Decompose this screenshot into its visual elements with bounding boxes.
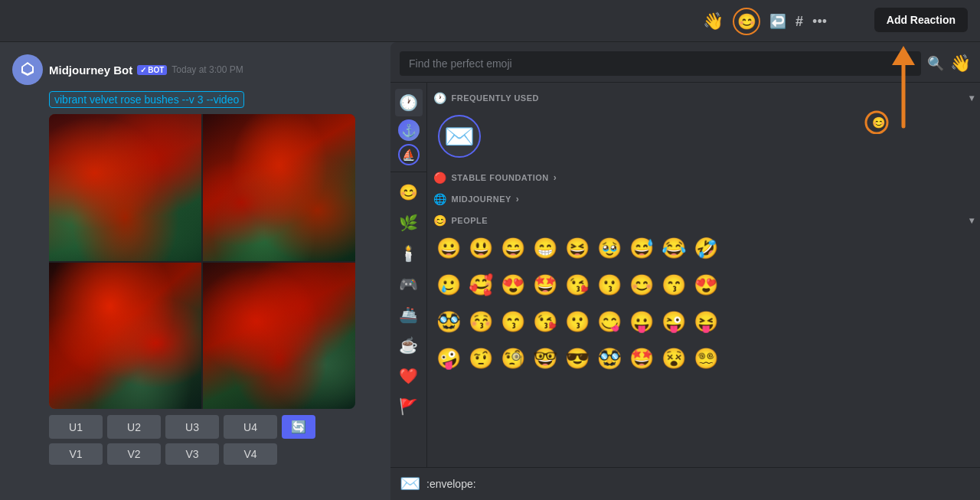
variation-buttons-row: V1 V2 V3 V4 — [49, 443, 378, 465]
emoji-cell[interactable]: 😗 — [562, 306, 593, 337]
emoji-content: 🕐 FREQUENTLY USED ▾ ✉️ 🔴 STABLE FOUNDATI… — [427, 83, 980, 467]
wave-quick-icon[interactable]: 👋 — [950, 54, 971, 74]
main-content: Midjourney Bot BOT Today at 3:00 PM vibr… — [0, 42, 980, 500]
cat-objects[interactable]: 🕯️ — [395, 240, 423, 267]
emoji-cell[interactable]: 😋 — [594, 306, 625, 337]
emoji-grid-2: 🥲🥰😍🤩😘😗😊😙😍 — [433, 270, 974, 300]
emoji-cell[interactable]: 🤪 — [433, 343, 464, 374]
wave-icon[interactable]: 👋 — [703, 11, 724, 31]
emoji-cell[interactable]: 😊 — [626, 270, 657, 300]
emoji-cell[interactable]: 🥸 — [594, 343, 625, 374]
emoji-cell[interactable]: 😃 — [466, 233, 496, 263]
emoji-cell[interactable]: 😘 — [562, 270, 593, 300]
emoji-cell[interactable]: 🥹 — [594, 233, 625, 263]
emoji-cell[interactable]: 😵‍💫 — [691, 343, 721, 374]
emoji-cell[interactable]: 😆 — [562, 233, 593, 263]
gamepad-icon: 🎮 — [399, 275, 418, 293]
emoji-cell[interactable]: 😘 — [530, 306, 560, 337]
flag-icon: 🚩 — [399, 397, 418, 416]
server2-icon: ⛵ — [402, 149, 415, 161]
emoji-cell[interactable]: 😙 — [658, 270, 689, 300]
emoji-cell[interactable]: 😍 — [691, 270, 721, 300]
emoji-cell[interactable]: 🥸 — [433, 306, 464, 337]
cat-food[interactable]: ☕ — [395, 332, 423, 359]
emoji-cell[interactable]: 😗 — [594, 270, 625, 300]
message-meta: Midjourney Bot BOT Today at 3:00 PM — [49, 64, 243, 77]
cat-nature[interactable]: 🌿 — [395, 209, 423, 237]
v2-button[interactable]: V2 — [107, 443, 161, 465]
emoji-cell[interactable]: 😀 — [433, 233, 464, 263]
stable-chevron[interactable]: › — [554, 172, 557, 183]
emoji-cell[interactable]: 🥲 — [433, 270, 464, 300]
emoji-search-input[interactable] — [400, 51, 921, 76]
cat-travel[interactable]: 🚢 — [395, 301, 423, 328]
bot-name: Midjourney Bot — [49, 64, 132, 77]
refresh-button[interactable]: 🔄 — [282, 415, 315, 439]
cat-symbols[interactable]: ❤️ — [395, 362, 423, 390]
midjourney-label: MIDJOURNEY — [452, 194, 511, 204]
envelope-emoji: ✉️ — [444, 122, 475, 151]
emoji-cell[interactable]: 😚 — [466, 306, 496, 337]
add-reaction-button[interactable]: Add Reaction — [874, 8, 968, 32]
top-emoji-quick-bar: 👋 — [950, 54, 971, 74]
emoji-name-bar: ✉️ :envelope: — [390, 467, 980, 500]
v3-button[interactable]: V3 — [165, 443, 219, 465]
cat-activities[interactable]: 🎮 — [395, 270, 423, 298]
cat-frequently-used[interactable]: 🕐 — [395, 89, 423, 116]
emoji-picker-body: 🕐 ⚓ ⛵ 😊 🌿 — [390, 83, 980, 467]
chat-area: Midjourney Bot BOT Today at 3:00 PM vibr… — [0, 42, 390, 500]
search-icon[interactable]: 🔍 — [927, 55, 944, 72]
emoji-picker: 🔍 👋 🕐 ⚓ ⛵ — [390, 42, 980, 500]
u2-button[interactable]: U2 — [107, 415, 161, 439]
emoji-cell[interactable]: 😄 — [498, 233, 528, 263]
message-action-icons: 👋 😊 ↩️ # ••• — [703, 8, 827, 35]
emoji-cell[interactable]: 😛 — [626, 306, 657, 337]
u3-button[interactable]: U3 — [165, 415, 219, 439]
image-cell-3 — [49, 263, 201, 410]
emoji-cell[interactable]: 🤨 — [466, 343, 496, 374]
stable-foundation-header: 🔴 STABLE FOUNDATION › — [433, 168, 974, 190]
emoji-cell[interactable]: 🤩 — [626, 343, 657, 374]
emoji-cell[interactable]: 😁 — [530, 233, 560, 263]
emoji-cell[interactable]: 😝 — [691, 306, 721, 337]
cat-server-avatar-2[interactable]: ⛵ — [398, 144, 420, 165]
travel-icon: 🚢 — [399, 306, 418, 324]
emoji-cell[interactable]: 😙 — [498, 306, 528, 337]
emoji-cell[interactable]: 😜 — [658, 306, 689, 337]
featured-emoji-cell[interactable]: ✉️ — [438, 115, 481, 158]
emoji-cell[interactable]: 😂 — [658, 233, 689, 263]
frequently-used-label: FREQUENTLY USED — [452, 93, 539, 103]
v1-button[interactable]: V1 — [49, 443, 103, 465]
u4-button[interactable]: U4 — [224, 415, 277, 439]
emoji-cell[interactable]: 🤩 — [530, 270, 560, 300]
image-grid: 🌹 — [49, 114, 355, 409]
u1-button[interactable]: U1 — [49, 415, 103, 439]
emoji-cell[interactable]: 😵 — [658, 343, 689, 374]
v4-button[interactable]: V4 — [224, 443, 277, 465]
clock-icon: 🕐 — [399, 93, 418, 112]
emoji-cell[interactable]: 😍 — [498, 270, 528, 300]
emoji-cell[interactable]: 🤓 — [530, 343, 560, 374]
cat-people[interactable]: 😊 — [395, 178, 423, 206]
people-section-icon: 😊 — [433, 214, 447, 227]
cat-flags[interactable]: 🚩 — [395, 393, 423, 420]
people-chevron[interactable]: ▾ — [969, 215, 975, 226]
people-header: 😊 PEOPLE ▾ — [433, 211, 974, 233]
stable-icon: 🔴 — [433, 172, 447, 184]
hashtag-icon[interactable]: # — [795, 14, 803, 30]
message-header: Midjourney Bot BOT Today at 3:00 PM — [12, 54, 378, 85]
reply-icon[interactable]: ↩️ — [769, 13, 786, 30]
midjourney-header: 🌐 MIDJOURNEY › — [433, 190, 974, 211]
category-sidebar: 🕐 ⚓ ⛵ 😊 🌿 — [390, 83, 427, 467]
emoji-cell[interactable]: 🧐 — [498, 343, 528, 374]
freq-used-chevron[interactable]: ▾ — [969, 93, 975, 103]
midjourney-chevron[interactable]: › — [516, 194, 520, 204]
emoji-cell[interactable]: 😎 — [562, 343, 593, 374]
emoji-search-bar: 🔍 👋 — [390, 42, 980, 83]
reaction-circle-button[interactable]: 😊 — [733, 8, 760, 35]
cat-server-avatar-1[interactable]: ⚓ — [398, 119, 420, 141]
emoji-cell[interactable]: 🤣 — [691, 233, 721, 263]
emoji-cell[interactable]: 😅 — [626, 233, 657, 263]
emoji-cell[interactable]: 🥰 — [466, 270, 496, 300]
more-icon[interactable]: ••• — [812, 14, 827, 30]
